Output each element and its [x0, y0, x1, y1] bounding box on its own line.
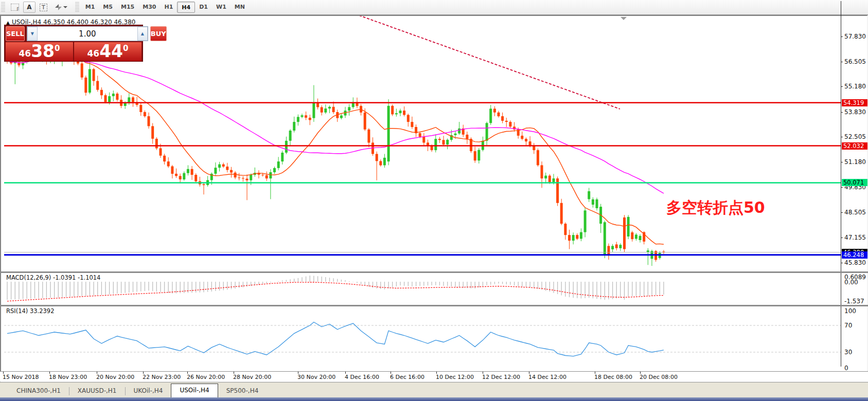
- chart-tab-xauusdh1[interactable]: XAUUSD-,H1: [69, 385, 125, 397]
- price-tick: [841, 238, 843, 238]
- price-tick: [841, 162, 843, 162]
- candle: [411, 122, 413, 127]
- level-price-label-54.319: 54.319: [842, 99, 867, 106]
- candle: [525, 139, 527, 141]
- candle: [132, 97, 134, 102]
- time-axis-label: 30 Nov 20:00: [297, 374, 335, 380]
- one-click-trading-panel: SELL ▼ ▲ BUY 46380 46440: [4, 25, 143, 62]
- candle: [391, 106, 394, 115]
- sell-price-box[interactable]: 46380: [6, 42, 73, 61]
- volume-increase-button[interactable]: ▲: [137, 27, 148, 41]
- candle: [84, 78, 87, 93]
- candle: [281, 153, 284, 161]
- candle: [246, 179, 249, 180]
- candle: [163, 156, 166, 161]
- candle: [194, 175, 197, 181]
- candle: [498, 113, 500, 116]
- candles-layer: [6, 51, 665, 266]
- buy-price-sup: 0: [123, 44, 128, 53]
- candle: [309, 118, 311, 120]
- sell-button[interactable]: SELL: [6, 26, 25, 41]
- level-price-label-46.248: 46.248: [842, 251, 867, 259]
- candle: [144, 112, 146, 116]
- rsi-scale-label: 70: [844, 322, 852, 329]
- time-axis-label: 26 Nov 20:00: [187, 374, 225, 380]
- candle: [541, 165, 543, 178]
- candle: [454, 134, 457, 135]
- chart-tab-usoilh4[interactable]: USOil-,H4: [171, 384, 218, 397]
- time-axis-label: 18 Nov 23:00: [49, 374, 87, 380]
- candle: [301, 115, 304, 117]
- candle: [489, 108, 492, 123]
- volume-input[interactable]: [38, 27, 137, 41]
- rsi-line: [7, 322, 664, 356]
- candle: [572, 235, 575, 241]
- macd-scale-label: 0.00: [844, 279, 858, 286]
- candle: [501, 116, 504, 121]
- candle: [108, 96, 111, 102]
- candle: [431, 146, 433, 150]
- chart-tab-china300h1[interactable]: CHINA300-,H1: [8, 385, 69, 397]
- chart-tab-sp500h4[interactable]: SP500-,H4: [218, 385, 267, 397]
- price-tick: [841, 137, 843, 137]
- candle: [88, 69, 91, 93]
- candle: [289, 131, 292, 141]
- candle: [434, 139, 437, 150]
- candle: [285, 141, 288, 153]
- candle: [615, 244, 618, 248]
- candle: [250, 175, 252, 180]
- candle: [529, 141, 532, 145]
- buy-button[interactable]: BUY: [150, 26, 167, 41]
- sell-price-sup: 0: [55, 44, 60, 53]
- time-axis[interactable]: 15 Nov 201818 Nov 23:0020 Nov 20:0022 No…: [0, 372, 868, 381]
- price-tick: [841, 187, 843, 188]
- candle: [100, 90, 103, 96]
- time-axis-label: 18 Dec 08:00: [594, 374, 632, 380]
- price-axis-label: 48.505: [844, 209, 866, 216]
- buy-price-big: 44: [99, 42, 123, 61]
- candle: [419, 133, 421, 137]
- pane-separator-rsi[interactable]: [0, 305, 868, 306]
- candle: [104, 95, 107, 102]
- candle: [269, 172, 272, 178]
- candle: [580, 232, 582, 239]
- candle: [203, 185, 205, 186]
- time-axis-label: 15 Nov 2018: [3, 374, 39, 380]
- candle: [234, 173, 237, 178]
- candle: [139, 105, 142, 112]
- macd-scale-label: -1.537: [844, 298, 864, 305]
- candle: [627, 217, 630, 236]
- candle: [422, 137, 425, 142]
- candle: [332, 107, 335, 112]
- candle: [112, 94, 115, 96]
- pane-separator-macd[interactable]: [0, 271, 868, 273]
- candle: [611, 246, 614, 249]
- candle: [592, 199, 594, 205]
- candle: [604, 222, 606, 254]
- price-axis-label: 56.505: [844, 58, 866, 65]
- buy-price-prefix: 46: [87, 48, 99, 59]
- candle: [474, 151, 476, 160]
- fast-ma-line: [7, 58, 664, 245]
- volume-decrease-button[interactable]: ▼: [27, 27, 38, 41]
- buy-price-box[interactable]: 46440: [74, 42, 141, 61]
- candle: [544, 176, 547, 179]
- candle: [623, 217, 626, 249]
- candle: [509, 122, 511, 126]
- candle: [576, 235, 578, 239]
- candle: [588, 191, 590, 199]
- candle: [96, 81, 99, 90]
- candle: [312, 103, 315, 118]
- candle: [407, 115, 410, 122]
- candle: [124, 103, 127, 106]
- candle: [340, 116, 343, 118]
- price-axis-border: [841, 1, 841, 367]
- chart-tab-ukoilh4[interactable]: UKOil-,H4: [126, 385, 171, 397]
- trend-line[interactable]: [359, 15, 620, 109]
- time-axis-label: 20 Nov 20:00: [96, 374, 134, 380]
- price-tick: [841, 112, 843, 113]
- candle: [148, 116, 150, 126]
- chart-shift-marker-icon[interactable]: [621, 17, 627, 23]
- time-axis-label: 6 Dec 16:00: [390, 374, 424, 380]
- candle: [446, 140, 449, 144]
